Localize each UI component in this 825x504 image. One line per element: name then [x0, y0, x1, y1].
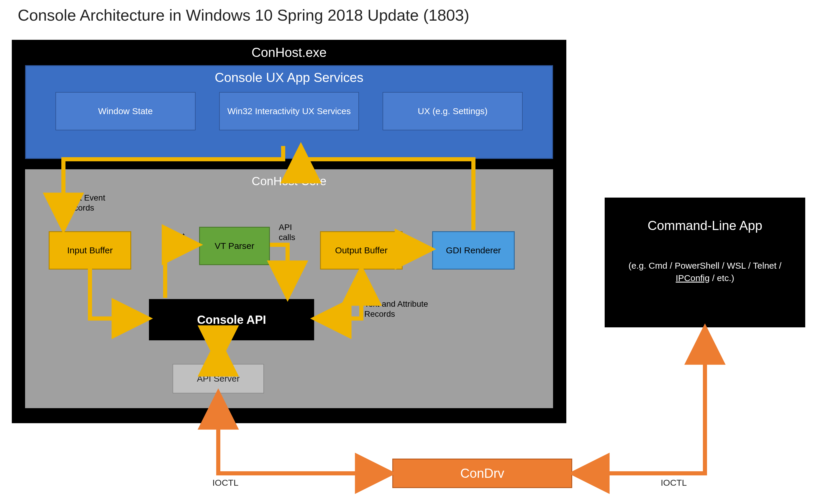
diagram-canvas: Console Architecture in Windows 10 Sprin…	[0, 0, 825, 504]
cli-title: Command-Line App	[605, 218, 805, 233]
win32-interactivity-box: Win32 Interactivity UX Services	[219, 92, 359, 130]
diagram-title: Console Architecture in Windows 10 Sprin…	[18, 6, 469, 24]
console-api-box: Console API	[149, 299, 314, 340]
output-buffer-box: Output Buffer	[320, 231, 402, 269]
label-text: Text	[170, 231, 184, 241]
gdi-renderer-box: GDI Renderer	[432, 231, 515, 269]
conhost-label: ConHost.exe	[25, 40, 553, 65]
label-api-calls: API calls	[279, 222, 305, 242]
label-input-event: Input Event Records	[63, 193, 134, 213]
ux-services-band: Console UX App Services Window State Win…	[25, 65, 553, 159]
ioctl-label-left: IOCTL	[212, 478, 238, 488]
conhost-container: ConHost.exe Console UX App Services Wind…	[12, 40, 566, 423]
ux-services-label: Console UX App Services	[38, 66, 540, 92]
arrow-condrv-cli	[575, 330, 705, 473]
conhost-core-label: ConHost Core	[25, 169, 553, 193]
cli-subtitle: (e.g. Cmd / PowerShell / WSL / Telnet / …	[605, 259, 805, 284]
conhost-core-band: ConHost Core Input Buffer VT Parser Outp…	[25, 169, 553, 408]
ux-settings-box: UX (e.g. Settings)	[383, 92, 523, 130]
label-text-attr: Text and Attribute Records	[364, 299, 459, 319]
cli-sub-ipconfig: IPConfig	[676, 273, 710, 283]
cli-sub-prefix: (e.g. Cmd / PowerShell / WSL / Telnet /	[628, 261, 782, 270]
vt-parser-box: VT Parser	[199, 227, 270, 265]
window-state-box: Window State	[56, 92, 196, 130]
api-server-box: API Server	[172, 364, 264, 394]
cli-sub-suffix: / etc.)	[710, 273, 734, 283]
ioctl-label-right: IOCTL	[661, 478, 687, 488]
input-buffer-box: Input Buffer	[49, 231, 131, 269]
condrv-box: ConDrv	[392, 458, 572, 488]
ux-row: Window State Win32 Interactivity UX Serv…	[38, 92, 540, 130]
command-line-app-box: Command-Line App (e.g. Cmd / PowerShell …	[605, 197, 805, 327]
